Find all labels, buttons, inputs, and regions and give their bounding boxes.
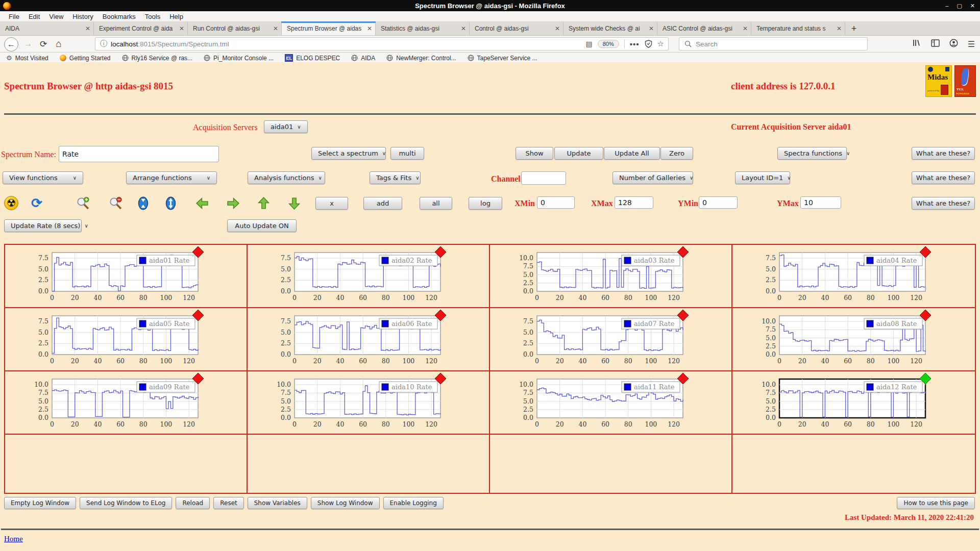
tab-close-icon[interactable]: ✕ bbox=[649, 25, 654, 32]
close-window-icon[interactable]: ✕ bbox=[970, 3, 975, 9]
site-info-icon[interactable]: ⓘ bbox=[100, 39, 107, 48]
spectrum-name-input[interactable] bbox=[59, 146, 219, 162]
reload-button[interactable]: ⟳ bbox=[37, 37, 50, 51]
analysis-functions-dropdown[interactable]: Analysis functions∨ bbox=[248, 171, 325, 184]
auto-update-button[interactable]: Auto Update ON bbox=[227, 219, 297, 232]
number-of-galleries-dropdown[interactable]: Number of Galleries∨ bbox=[612, 171, 693, 184]
layout-id-dropdown[interactable]: Layout ID=1∨ bbox=[735, 171, 790, 184]
menu-bookmarks[interactable]: Bookmarks bbox=[98, 12, 140, 21]
tab-temperature-and-status-s[interactable]: Temperature and status s✕ bbox=[751, 22, 845, 35]
reset-button[interactable]: Reset bbox=[213, 497, 244, 509]
tab-spectrum-browser-aidas[interactable]: Spectrum Browser @ aidas✕ bbox=[282, 22, 376, 35]
what-are-these-button-1[interactable]: What are these? bbox=[912, 147, 975, 160]
page-actions-icon[interactable]: ••• bbox=[630, 40, 640, 48]
tab-asic-control-aidas-gsi[interactable]: ASIC Control @ aidas-gsi✕ bbox=[657, 22, 751, 35]
arrange-functions-dropdown[interactable]: Arrange functions∨ bbox=[126, 171, 217, 184]
tags-fits-dropdown[interactable]: Tags & Fits∨ bbox=[370, 171, 421, 184]
account-icon[interactable] bbox=[949, 39, 958, 49]
tab-close-icon[interactable]: ✕ bbox=[837, 25, 842, 32]
home-button[interactable]: ⌂ bbox=[52, 37, 65, 51]
arrow-down-icon[interactable] bbox=[287, 196, 301, 210]
arrow-left-icon[interactable] bbox=[195, 196, 209, 210]
bookmark-newmerger-control[interactable]: NewMerger: Control... bbox=[386, 55, 456, 62]
bookmark-tapeserver-service[interactable]: TapeServer Service ... bbox=[468, 55, 537, 62]
forward-button[interactable]: → bbox=[21, 37, 35, 51]
spectrum-chart-cell-9[interactable]: 0.02.55.07.510.0020406080100120aida09 Ra… bbox=[5, 371, 248, 435]
send-log-window-to-elog-button[interactable]: Send Log Window to ELog bbox=[80, 497, 172, 509]
library-icon[interactable] bbox=[912, 39, 921, 49]
spectrum-chart-cell-3[interactable]: 0.02.55.07.510.0020406080100120aida03 Ra… bbox=[490, 245, 732, 308]
spectrum-chart-cell-6[interactable]: 0.02.55.07.5020406080100120aida06 Rate bbox=[248, 308, 490, 371]
menu-file[interactable]: File bbox=[4, 12, 24, 21]
tab-aida[interactable]: AIDA✕ bbox=[0, 22, 94, 35]
spectrum-chart-cell-10[interactable]: 0.02.55.07.510.0020406080100120aida10 Ra… bbox=[248, 371, 490, 435]
show-log-window-button[interactable]: Show Log Window bbox=[311, 497, 380, 509]
bookmark-most-visited[interactable]: ⚙Most Visited bbox=[6, 54, 48, 62]
ymin-input[interactable] bbox=[699, 196, 738, 209]
tab-close-icon[interactable]: ✕ bbox=[85, 25, 90, 32]
collapse-vertical-icon[interactable] bbox=[136, 196, 150, 210]
refresh-icon[interactable]: ⟳ bbox=[30, 196, 44, 210]
arrow-up-icon[interactable] bbox=[256, 196, 271, 210]
menu-help[interactable]: Help bbox=[165, 12, 188, 21]
tab-close-icon[interactable]: ✕ bbox=[273, 25, 278, 32]
spectrum-chart-cell-7[interactable]: 0.02.55.07.5020406080100120aida07 Rate bbox=[490, 308, 732, 371]
enable-logging-button[interactable]: Enable Logging bbox=[383, 497, 444, 509]
tab-experiment-control-aida[interactable]: Experiment Control @ aida✕ bbox=[94, 22, 188, 35]
select-spectrum-dropdown[interactable]: Select a spectrum∨ bbox=[311, 147, 386, 160]
reader-mode-icon[interactable]: ▤ bbox=[586, 40, 593, 48]
tab-close-icon[interactable]: ✕ bbox=[367, 25, 372, 32]
acquisition-server-select[interactable]: aida01∨ bbox=[264, 120, 308, 133]
ymax-input[interactable] bbox=[800, 196, 841, 209]
url-bar[interactable]: ⓘ localhost :8015/Spectrum/Spectrum.tml … bbox=[95, 37, 669, 51]
zoom-out-icon[interactable] bbox=[108, 196, 122, 210]
tab-statistics-aidas-gsi[interactable]: Statistics @ aidas-gsi✕ bbox=[376, 22, 470, 35]
bookmark-elog-despec[interactable]: ELELOG DESPEC bbox=[285, 54, 340, 62]
expand-vertical-icon[interactable] bbox=[163, 196, 178, 210]
tab-close-icon[interactable]: ✕ bbox=[461, 25, 466, 32]
menu-hamburger-icon[interactable]: ☰ bbox=[968, 39, 975, 49]
spectrum-chart-cell-5[interactable]: 0.02.55.07.5020406080100120aida05 Rate bbox=[5, 308, 248, 371]
spectrum-chart-cell-11[interactable]: 0.02.55.07.510.0020406080100120aida11 Ra… bbox=[490, 371, 732, 435]
all-button[interactable]: all bbox=[420, 197, 452, 210]
channel-input[interactable] bbox=[521, 171, 566, 185]
menu-history[interactable]: History bbox=[68, 12, 97, 21]
reload-button[interactable]: Reload bbox=[176, 497, 210, 509]
tab-control-aidas-gsi[interactable]: Control @ aidas-gsi✕ bbox=[470, 22, 564, 35]
update-all-button[interactable]: Update All bbox=[604, 147, 660, 160]
how-to-use-button[interactable]: How to use this page bbox=[897, 497, 975, 509]
home-link[interactable]: Home bbox=[4, 535, 23, 543]
tab-close-icon[interactable]: ✕ bbox=[743, 25, 748, 32]
back-button[interactable]: ← bbox=[4, 37, 18, 52]
tab-run-control-aidas-gsi[interactable]: Run Control @ aidas-gsi✕ bbox=[188, 22, 282, 35]
update-rate-dropdown[interactable]: Update Rate (8 secs)∨ bbox=[4, 219, 82, 232]
tab-system-wide-checks-ai[interactable]: System wide Checks @ ai✕ bbox=[564, 22, 657, 35]
minimize-window-icon[interactable]: – bbox=[945, 3, 948, 9]
spectrum-chart-cell-8[interactable]: 0.02.55.07.510.0020406080100120aida08 Ra… bbox=[732, 308, 975, 371]
zero-button[interactable]: Zero bbox=[660, 147, 693, 160]
multi-button[interactable]: multi bbox=[390, 147, 424, 160]
tab-close-icon[interactable]: ✕ bbox=[179, 25, 184, 32]
new-tab-button[interactable]: + bbox=[845, 22, 863, 35]
show-variables-button[interactable]: Show Variables bbox=[248, 497, 307, 509]
arrow-right-icon[interactable] bbox=[226, 196, 240, 210]
bookmark-getting-started[interactable]: Getting Started bbox=[60, 55, 111, 62]
show-button[interactable]: Show bbox=[516, 147, 553, 160]
spectrum-chart-cell-2[interactable]: 0.02.55.07.5020406080100120aida02 Rate bbox=[248, 245, 490, 308]
bookmark-rly16-service-ras[interactable]: Rly16 Service @ ras... bbox=[122, 55, 193, 62]
bookmark-pi-monitor-console[interactable]: Pi_Monitor Console ... bbox=[204, 55, 274, 62]
bookmark-aida[interactable]: AIDA bbox=[351, 55, 375, 62]
spectrum-chart-cell-12[interactable]: 0.02.55.07.510.0020406080100120aida12 Ra… bbox=[732, 371, 975, 435]
bookmark-star-icon[interactable]: ☆ bbox=[657, 39, 664, 48]
x-button[interactable]: x bbox=[315, 197, 348, 210]
what-are-these-button-2[interactable]: What are these? bbox=[912, 171, 975, 184]
menu-tools[interactable]: Tools bbox=[140, 12, 165, 21]
spectrum-chart-cell-1[interactable]: 0.02.55.07.5020406080100120aida01 Rate bbox=[5, 245, 248, 308]
search-bar[interactable]: Search bbox=[679, 37, 868, 51]
add-button[interactable]: add bbox=[363, 197, 402, 210]
menu-edit[interactable]: Edit bbox=[24, 12, 44, 21]
zoom-in-icon[interactable] bbox=[76, 196, 90, 210]
tab-close-icon[interactable]: ✕ bbox=[555, 25, 560, 32]
empty-log-window-button[interactable]: Empty Log Window bbox=[4, 497, 76, 509]
maximize-window-icon[interactable]: ▢ bbox=[957, 3, 962, 9]
